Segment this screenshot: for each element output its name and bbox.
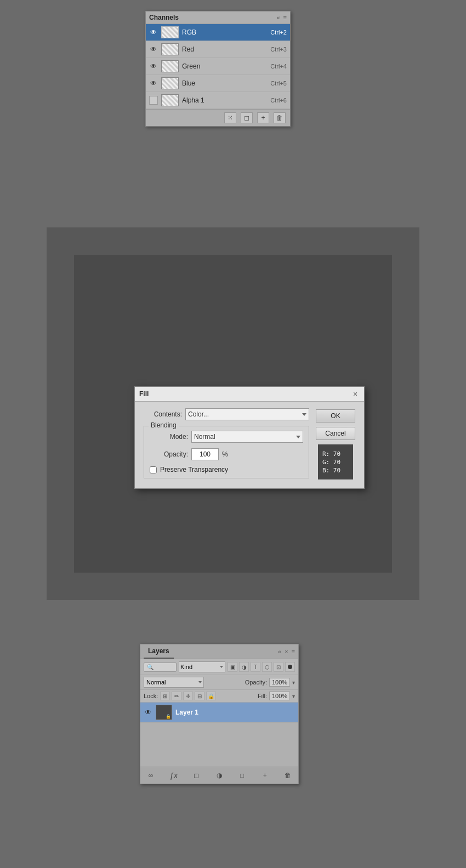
eye-icon-rgb[interactable]: 👁 xyxy=(149,28,158,37)
fill-ok-button[interactable]: OK xyxy=(316,409,355,422)
channel-thumb-green xyxy=(161,60,179,72)
fill-dialog-close-button[interactable]: × xyxy=(351,390,360,398)
layers-add-layer-icon[interactable]: + xyxy=(259,770,271,781)
layers-opacity-chevron[interactable]: ▾ xyxy=(292,679,295,686)
fill-dialog-title: Fill xyxy=(139,390,149,398)
fill-blending-label: Blending xyxy=(149,421,179,429)
workspace: Fill × Contents: Color... Blending xyxy=(0,197,466,630)
layers-filter-shape-icon[interactable]: ⬡ xyxy=(262,662,272,672)
channel-row-rgb[interactable]: 👁 RGB Ctrl+2 xyxy=(146,24,290,41)
channel-shortcut-green: Ctrl+4 xyxy=(270,63,287,70)
lock-artboard-icon[interactable]: ⊟ xyxy=(195,692,204,700)
fill-preserve-row: Preserve Transparency xyxy=(150,466,303,473)
fill-blending-group: Blending Mode: Normal Opacity: 100 xyxy=(144,426,309,478)
layers-adjustment-icon[interactable]: ◑ xyxy=(213,770,225,781)
layers-filter-type-icon[interactable]: T xyxy=(251,662,260,672)
layers-filter-adjustment-icon[interactable]: ◑ xyxy=(239,662,249,672)
layers-group-icon[interactable]: □ xyxy=(236,770,248,781)
layers-blend-bar: Normal Opacity: 100% ▾ xyxy=(140,675,298,690)
layers-fill-value[interactable]: 100% xyxy=(269,692,290,700)
layers-close-icon[interactable]: × xyxy=(285,648,288,655)
fill-preserve-checkbox[interactable] xyxy=(150,466,157,473)
layers-panel: Layers « × ≡ 🔍 Kind ▣ ◑ T ⬡ ⊡ Normal Opa… xyxy=(140,644,299,784)
fill-contents-select[interactable]: Color... xyxy=(185,408,309,420)
channel-save-selection-button[interactable]: ◻ xyxy=(241,112,253,123)
layers-titlebar: Layers « × ≡ xyxy=(140,644,298,659)
fill-opacity-input[interactable]: 100 xyxy=(191,448,219,460)
layer-row-layer1[interactable]: 👁 🔒 Layer 1 xyxy=(140,703,298,723)
layers-filter-toggle[interactable] xyxy=(285,662,295,672)
channels-title: Channels xyxy=(149,14,179,21)
layer-eye-icon[interactable]: 👁 xyxy=(144,708,152,717)
channel-delete-button[interactable]: 🗑 xyxy=(274,112,286,123)
channels-collapse-icon[interactable]: « xyxy=(276,14,280,21)
channel-thumb-blue xyxy=(161,77,179,89)
layers-menu-icon[interactable]: ≡ xyxy=(292,648,295,655)
layer-thumbnail: 🔒 xyxy=(156,705,172,720)
fill-dialog-right: OK Cancel R: 70 G: 70 B: 70 xyxy=(316,408,355,482)
layers-collapse-icon[interactable]: « xyxy=(278,648,281,655)
layers-opacity-value[interactable]: 100% xyxy=(269,678,290,687)
channel-shortcut-blue: Ctrl+5 xyxy=(270,80,287,87)
fill-mode-label: Mode: xyxy=(150,433,188,441)
layers-titlebar-buttons: « × ≡ xyxy=(278,648,295,655)
layers-fill-chevron[interactable]: ▾ xyxy=(292,693,295,699)
channels-menu-icon[interactable]: ≡ xyxy=(283,14,287,21)
lock-checkerboard-icon[interactable]: ⊞ xyxy=(160,692,170,700)
layers-filter-icons: ▣ ◑ T ⬡ ⊡ xyxy=(228,662,295,672)
fill-opacity-row: Opacity: 100 % xyxy=(150,448,303,460)
channel-row-green[interactable]: 👁 Green Ctrl+4 xyxy=(146,58,290,75)
channel-name-blue: Blue xyxy=(182,79,267,87)
channel-name-rgb: RGB xyxy=(182,28,267,36)
fill-cancel-button[interactable]: Cancel xyxy=(316,427,355,440)
channels-toolbar: ⁙ ◻ + 🗑 xyxy=(146,109,290,126)
lock-all-icon[interactable]: 🔒 xyxy=(206,692,216,700)
fill-contents-row: Contents: Color... xyxy=(144,408,309,420)
channel-name-red: Red xyxy=(182,45,267,53)
channel-shortcut-alpha1: Ctrl+6 xyxy=(270,97,287,104)
lock-brush-icon[interactable]: ✏ xyxy=(172,692,181,700)
lock-move-icon[interactable]: ✛ xyxy=(183,692,193,700)
fill-color-b: B: 70 xyxy=(322,467,340,474)
layers-filter-smart-icon[interactable]: ⊡ xyxy=(274,662,283,672)
channel-shortcut-rgb: Ctrl+2 xyxy=(270,29,287,36)
channel-row-red[interactable]: 👁 Red Ctrl+3 xyxy=(146,41,290,58)
channel-add-button[interactable]: + xyxy=(257,112,269,123)
fill-mode-row: Mode: Normal xyxy=(150,431,303,443)
layers-lock-label: Lock: xyxy=(144,693,158,699)
layers-tab[interactable]: Layers xyxy=(144,644,174,659)
channel-thumb-red xyxy=(161,43,179,55)
layers-fill-label: Fill: xyxy=(258,693,267,699)
channel-load-selection-button[interactable]: ⁙ xyxy=(224,112,236,123)
fill-dialog-body: Contents: Color... Blending Mode: Normal xyxy=(135,402,364,488)
channel-thumb-alpha1 xyxy=(161,94,179,106)
eye-icon-alpha1[interactable] xyxy=(149,96,158,105)
eye-icon-blue[interactable]: 👁 xyxy=(149,79,158,88)
fill-dialog: Fill × Contents: Color... Blending xyxy=(134,386,365,489)
layers-kind-select[interactable]: Kind xyxy=(179,661,225,672)
eye-icon-green[interactable]: 👁 xyxy=(149,62,158,71)
layers-blend-select[interactable]: Normal xyxy=(144,677,204,688)
fill-mode-select[interactable]: Normal xyxy=(191,431,303,443)
channel-shortcut-red: Ctrl+3 xyxy=(270,46,287,53)
channel-row-blue[interactable]: 👁 Blue Ctrl+5 xyxy=(146,75,290,92)
fill-dialog-left: Contents: Color... Blending Mode: Normal xyxy=(144,408,309,482)
layers-lock-bar: Lock: ⊞ ✏ ✛ ⊟ 🔒 Fill: 100% ▾ xyxy=(140,690,298,703)
layers-filter-bar: 🔍 Kind ▣ ◑ T ⬡ ⊡ xyxy=(140,659,298,675)
layers-search[interactable]: 🔍 xyxy=(144,663,177,672)
layer-lock-badge: 🔒 xyxy=(166,714,171,719)
layers-empty-area xyxy=(140,723,298,767)
layer-name: Layer 1 xyxy=(175,709,295,716)
fill-color-swatch: R: 70 G: 70 B: 70 xyxy=(318,444,353,479)
channels-titlebar-buttons: « ≡ xyxy=(276,14,287,21)
fill-opacity-unit: % xyxy=(222,450,228,458)
layers-link-icon[interactable]: ∞ xyxy=(145,770,157,781)
eye-icon-red[interactable]: 👁 xyxy=(149,45,158,54)
channel-row-alpha1[interactable]: Alpha 1 Ctrl+6 xyxy=(146,92,290,109)
search-icon: 🔍 xyxy=(147,664,154,670)
layers-fx-icon[interactable]: ƒx xyxy=(168,770,180,781)
layers-add-mask-icon[interactable]: ◻ xyxy=(190,770,202,781)
fill-opacity-label: Opacity: xyxy=(150,450,188,458)
layers-delete-layer-icon[interactable]: 🗑 xyxy=(282,770,294,781)
layers-filter-pixel-icon[interactable]: ▣ xyxy=(228,662,237,672)
